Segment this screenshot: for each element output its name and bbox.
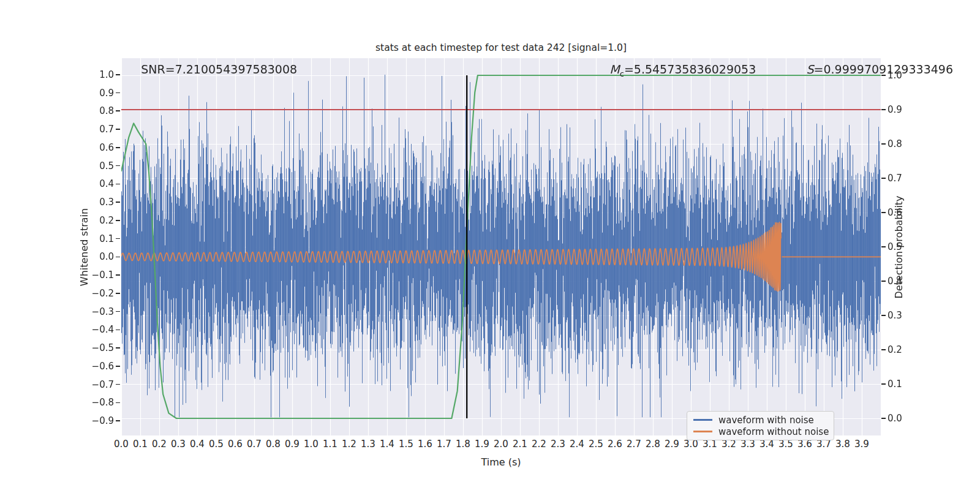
y-tickmark-left — [116, 110, 120, 111]
legend: waveform with noisewaveform without nois… — [687, 411, 834, 440]
y-tick-label-left: 0.3 — [86, 197, 114, 208]
y-tickmark-left — [116, 293, 120, 294]
y-tick-label-left: 0.5 — [86, 160, 114, 172]
y-tickmark-right — [881, 349, 886, 350]
y-tick-label-left: 0.7 — [86, 124, 114, 135]
y-tick-label-left: −0.8 — [86, 397, 114, 408]
y-tickmark-left — [116, 238, 120, 239]
y-tickmark-left — [116, 366, 120, 367]
y-tick-label-left: −0.7 — [86, 379, 114, 390]
legend-item: waveform with noise — [693, 414, 834, 426]
y-tickmark-right — [881, 212, 886, 213]
y-tickmark-left — [116, 92, 120, 94]
y-tick-label-left: 0.4 — [86, 178, 114, 189]
y-tickmark-right — [881, 75, 886, 76]
y-tickmark-left — [116, 74, 120, 75]
annotation-s: S=0.9999709129333496 — [806, 62, 953, 76]
legend-item: waveform without noise — [693, 426, 834, 437]
annotation-snr: SNR=7.210054397583008 — [141, 62, 297, 76]
legend-line-swatch — [693, 431, 712, 432]
y-tick-label-left: −0.2 — [86, 288, 114, 299]
y-tick-label-left: 0.2 — [86, 215, 114, 226]
y-tickmark-right — [881, 109, 886, 110]
y-tickmark-right — [881, 418, 886, 419]
y-tickmark-right — [881, 281, 886, 282]
y-tick-label-right: 0.1 — [888, 379, 902, 390]
y-tick-label-left: 0.9 — [86, 88, 114, 99]
legend-line-swatch — [693, 419, 712, 421]
y-tickmark-left — [116, 220, 120, 221]
annotation-mc: Mc=5.545735836029053 — [609, 62, 756, 78]
y-tickmark-left — [116, 311, 120, 312]
y-tickmark-left — [116, 384, 120, 385]
y-tick-label-left: 0.0 — [86, 251, 114, 262]
y-tick-label-left: 0.6 — [86, 142, 114, 153]
y-axis-label-left: Whitened strain — [78, 125, 90, 370]
y-tickmark-left — [116, 274, 120, 276]
y-tick-label-left: −0.6 — [86, 361, 114, 372]
y-tickmark-left — [116, 147, 120, 148]
legend-label: waveform with noise — [718, 415, 814, 426]
y-tickmark-left — [116, 330, 120, 331]
y-tick-label-left: 0.1 — [86, 233, 114, 244]
plot-area — [121, 58, 881, 435]
legend-label: waveform without noise — [718, 426, 829, 437]
y-tickmark-right — [881, 315, 886, 316]
y-tickmark-left — [116, 257, 120, 258]
y-tickmark-right — [881, 178, 886, 179]
y-tick-label-right: 0.0 — [888, 413, 902, 424]
x-axis-label: Time (s) — [121, 456, 881, 468]
y-tickmark-right — [881, 383, 886, 385]
y-tickmark-left — [116, 420, 120, 421]
y-tickmark-left — [116, 347, 120, 349]
y-tickmark-left — [116, 184, 120, 185]
y-tick-label-right: 0.9 — [888, 104, 902, 115]
y-tickmark-left — [116, 202, 120, 203]
y-tickmark-left — [116, 402, 120, 404]
y-tick-label-left: −0.9 — [86, 415, 114, 426]
y-tick-label-left: −0.3 — [86, 306, 114, 317]
y-tick-label-left: −0.5 — [86, 342, 114, 353]
chart-title: stats at each timestep for test data 242… — [121, 42, 881, 53]
y-tick-label-left: 1.0 — [86, 69, 114, 80]
y-tickmark-left — [116, 129, 120, 130]
y-tickmark-right — [881, 143, 886, 145]
y-axis-label-right: Detection probability — [893, 125, 905, 370]
figure: stats at each timestep for test data 242… — [0, 0, 980, 490]
y-tick-label-left: −0.4 — [86, 324, 114, 335]
y-tick-label-left: −0.1 — [86, 270, 114, 281]
y-tick-label-right: 1.0 — [888, 70, 902, 81]
y-tickmark-right — [881, 246, 886, 247]
x-tick-label: 3.9 — [848, 439, 875, 450]
y-tickmark-left — [116, 165, 120, 167]
plot-canvas — [121, 58, 881, 435]
y-tick-label-left: 0.8 — [86, 105, 114, 116]
